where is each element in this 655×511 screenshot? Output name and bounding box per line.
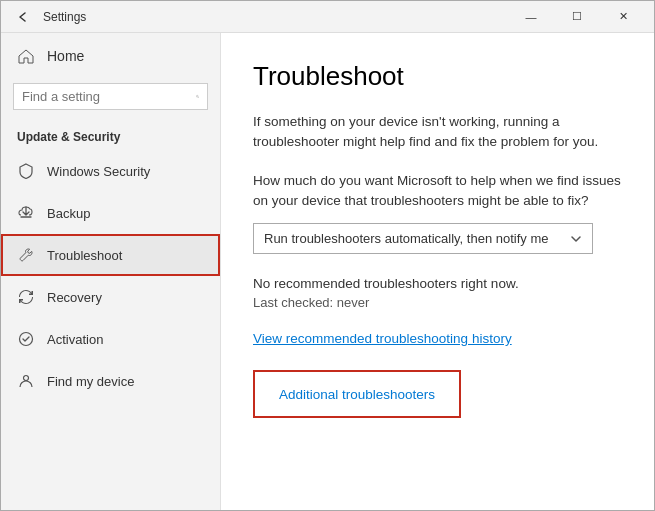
chevron-down-icon <box>570 233 582 245</box>
additional-troubleshooters-label: Additional troubleshooters <box>279 387 435 402</box>
sidebar-item-backup[interactable]: Backup <box>1 192 220 234</box>
no-recommended-text: No recommended troubleshooters right now… <box>253 276 622 291</box>
sidebar-item-home[interactable]: Home <box>1 33 220 79</box>
shield-icon <box>17 162 35 180</box>
maximize-button[interactable]: ☐ <box>554 1 600 33</box>
search-box[interactable] <box>13 83 208 110</box>
sidebar-item-recovery[interactable]: Recovery <box>1 276 220 318</box>
content-area: Troubleshoot If something on your device… <box>221 33 654 510</box>
search-icon <box>196 90 199 103</box>
sidebar-section-title: Update & Security <box>1 122 220 150</box>
window-title: Settings <box>43 10 508 24</box>
titlebar: Settings — ☐ ✕ <box>1 1 654 33</box>
sidebar-item-label: Backup <box>47 206 90 221</box>
sidebar-item-troubleshoot[interactable]: Troubleshoot <box>1 234 220 276</box>
main-layout: Home Update & Security Windows Security <box>1 33 654 510</box>
description-text: If something on your device isn't workin… <box>253 112 622 153</box>
sidebar-item-find-my-device[interactable]: Find my device <box>1 360 220 402</box>
back-icon <box>17 11 29 23</box>
minimize-button[interactable]: — <box>508 1 554 33</box>
question-text: How much do you want Microsoft to help w… <box>253 171 622 212</box>
back-button[interactable] <box>9 3 37 31</box>
svg-point-3 <box>24 376 29 381</box>
svg-point-2 <box>20 333 33 346</box>
sidebar-item-label: Find my device <box>47 374 134 389</box>
sidebar: Home Update & Security Windows Security <box>1 33 221 510</box>
last-checked-text: Last checked: never <box>253 295 622 310</box>
dropdown-value: Run troubleshooters automatically, then … <box>264 231 548 246</box>
additional-troubleshooters-button[interactable]: Additional troubleshooters <box>253 370 461 418</box>
recovery-icon <box>17 288 35 306</box>
sidebar-item-label: Windows Security <box>47 164 150 179</box>
page-title: Troubleshoot <box>253 61 622 92</box>
troubleshoot-dropdown[interactable]: Run troubleshooters automatically, then … <box>253 223 593 254</box>
search-input[interactable] <box>22 89 190 104</box>
window-controls: — ☐ ✕ <box>508 1 646 33</box>
activation-icon <box>17 330 35 348</box>
sidebar-item-label: Recovery <box>47 290 102 305</box>
sidebar-item-label: Activation <box>47 332 103 347</box>
sidebar-item-label: Troubleshoot <box>47 248 122 263</box>
sidebar-item-windows-security[interactable]: Windows Security <box>1 150 220 192</box>
home-label: Home <box>47 48 84 64</box>
close-button[interactable]: ✕ <box>600 1 646 33</box>
person-icon <box>17 372 35 390</box>
view-history-link[interactable]: View recommended troubleshooting history <box>253 331 512 346</box>
backup-icon <box>17 204 35 222</box>
wrench-icon <box>17 246 35 264</box>
sidebar-item-activation[interactable]: Activation <box>1 318 220 360</box>
home-icon <box>17 47 35 65</box>
svg-line-1 <box>198 97 199 98</box>
